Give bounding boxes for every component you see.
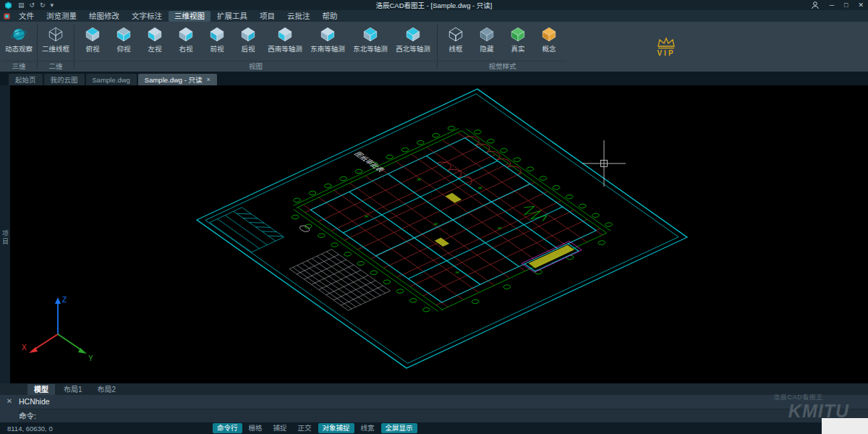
toggle-fullscreen[interactable]: 全屏显示 [381,423,417,433]
maximize-button[interactable]: □ [844,0,848,10]
toggle-grid[interactable]: 栅格 [244,423,267,433]
nw-isometric-icon [404,26,422,43]
menu-item-file[interactable]: 文件 [13,11,40,22]
bottom-view-icon [115,26,132,43]
axis-z-label: Z [62,296,67,304]
command-history: HCNhide [19,395,868,409]
orbit-button[interactable]: 动态观察 [4,25,34,55]
vip-label: VIP [657,49,675,57]
menu-item-help[interactable]: 帮助 [317,11,344,22]
realistic-style-icon [509,26,527,43]
drawing-sheet: 图纸审批表 [197,89,687,368]
left-view-button[interactable]: 左视 [140,25,170,55]
tab-my-cloud[interactable]: 我的云图 [44,74,85,85]
top-view-button[interactable]: 俯视 [77,25,108,55]
conceptual-style-icon [540,26,558,43]
axis-x-label: X [22,344,27,352]
titlebar: ▤ ↺ ↻ ▾ 浩辰CAD看图王 - [Sample.dwg - 只读] ─ □… [0,0,868,10]
top-view-icon [84,26,101,43]
menu-item-extension-tools[interactable]: 扩展工具 [211,11,253,22]
realistic-style-button[interactable]: 真实 [503,25,533,55]
dimension-lines [290,127,610,312]
command-input[interactable]: 命令: [19,409,868,422]
group-label-3d: 三维 [1,61,36,72]
menu-icon[interactable]: ▤ [18,0,25,10]
crosshair-cursor [582,140,626,187]
minimize-button[interactable]: ─ [830,0,834,10]
ne-isometric-button[interactable]: 东北等轴测 [349,25,391,55]
se-isometric-button[interactable]: 东南等轴测 [307,25,349,55]
dropdown-icon[interactable]: ▾ [51,0,54,10]
ribbon-separator [437,25,438,69]
cursor-coordinates: 8114, 60630, 0 [7,425,94,433]
tab-model[interactable]: 模型 [27,384,55,395]
tab-sample-dwg-readonly[interactable]: Sample.dwg - 只读 × [138,74,217,85]
tab-sample-dwg[interactable]: Sample.dwg [86,74,137,85]
ribbon-toolbar: 动态观察 三维 二维线框 二维 [0,22,868,72]
drawing-canvas[interactable]: 图纸审批表 Z X Y [10,85,868,383]
bottom-view-button[interactable]: 仰视 [109,25,139,55]
toggle-lineweight[interactable]: 线宽 [357,423,379,433]
schedule-table [289,250,390,311]
document-tab-bar: 起始页 我的云图 Sample.dwg Sample.dwg - 只读 × [0,72,868,85]
tab-close-icon[interactable]: × [207,75,210,85]
toggle-ortho[interactable]: 正交 [294,423,316,433]
back-view-icon [239,26,257,43]
ribbon-group-2d: 二维线框 二维 [38,22,73,72]
axis-y-label: Y [88,354,93,362]
sw-isometric-button[interactable]: 西南等轴测 [264,25,306,55]
user-account-icon[interactable] [811,1,820,9]
cad-drawing: 图纸审批表 Z X Y [10,85,868,383]
close-button[interactable]: ✕ [858,0,864,10]
conceptual-style-button[interactable]: 概念 [534,25,564,55]
command-close-icon[interactable]: ✕ [0,395,19,422]
right-view-button[interactable]: 右视 [171,25,201,55]
menu-item-cloud-annotation[interactable]: 云批注 [281,11,316,22]
left-view-icon [146,26,163,43]
nw-isometric-button[interactable]: 西北等轴测 [392,25,434,55]
undo-icon[interactable]: ↺ [30,0,35,10]
balloon [298,224,312,232]
right-view-icon [177,26,195,43]
app-window: ▤ ↺ ↻ ▾ 浩辰CAD看图王 - [Sample.dwg - 只读] ─ □… [0,0,868,434]
redo-icon[interactable]: ↻ [40,0,46,10]
wireframe-2d-icon [47,26,64,43]
se-isometric-icon [319,26,336,43]
tab-start-page[interactable]: 起始页 [9,74,43,85]
hidden-style-button[interactable]: 隐藏 [472,25,502,55]
watermark-text: 浩辰CAD看图王 [774,392,823,401]
tab-layout2[interactable]: 布局2 [91,384,123,395]
toggle-command-line[interactable]: 命令行 [213,423,242,433]
orbit-label: 动态观察 [5,43,33,54]
menu-item-project[interactable]: 项目 [254,11,281,22]
group-label-visual-styles: 视觉样式 [438,61,566,72]
quick-access-toolbar: ▤ ↺ ↻ ▾ [18,0,54,10]
wireframe-2d-button[interactable]: 二维线框 [41,25,71,55]
front-view-icon [208,26,226,43]
menu-item-browse-measure[interactable]: 浏览测量 [41,11,82,22]
group-label-views: 视图 [75,61,436,72]
ribbon-group-visual-styles: 线框 隐藏 真实 概念 [438,22,566,72]
main-area: 项目 [0,85,868,383]
ribbon-separator [37,25,38,69]
menu-item-3d-view[interactable]: 三维视图 [169,11,210,22]
menu-item-text-annotate[interactable]: 文字标注 [126,11,168,22]
vip-button[interactable]: VIP [655,22,677,72]
hidden-style-icon [478,26,495,43]
legend-block [210,208,284,252]
wireframe-style-button[interactable]: 线框 [441,25,471,55]
toggle-object-snap[interactable]: 对象捕捉 [318,423,354,433]
app-logo-icon [4,1,12,9]
ribbon-separator [74,25,75,69]
menu-item-draw-modify[interactable]: 绘图修改 [83,11,125,22]
toggle-snap[interactable]: 捕捉 [269,423,292,433]
back-view-button[interactable]: 后视 [233,25,263,55]
zigzag-symbol [519,204,550,224]
wireframe-style-icon [447,26,464,43]
front-view-button[interactable]: 前视 [202,25,232,55]
walls [310,138,606,310]
orbit-icon [10,26,27,43]
tab-layout1[interactable]: 布局1 [57,384,89,395]
watermark-box [822,418,868,434]
project-panel-tab[interactable]: 项目 [0,85,10,383]
